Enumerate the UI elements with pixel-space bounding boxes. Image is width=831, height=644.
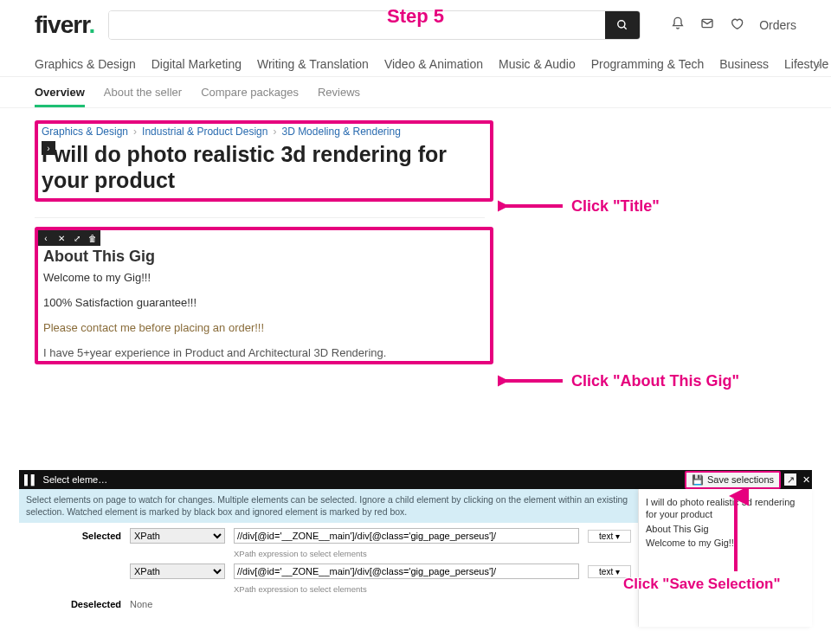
arrow-icon xyxy=(498,197,567,215)
close-panel-icon[interactable]: ✕ xyxy=(800,473,812,486)
divider xyxy=(35,217,485,218)
cat-item[interactable]: Graphics & Design xyxy=(35,57,136,71)
devtools-panel: Select elements on page to watch for cha… xyxy=(19,489,812,627)
logo-text: fiverr xyxy=(35,11,89,38)
svg-line-1 xyxy=(624,27,627,29)
tab-compare-packages[interactable]: Compare packages xyxy=(201,86,299,99)
arrow-icon xyxy=(723,489,749,576)
devtools-toolbar: ▌▌ Select eleme… 💾 Save selections ↗ ✕ xyxy=(19,470,812,489)
bell-icon[interactable] xyxy=(671,16,685,34)
category-nav: Graphics & Design Digital Marketing Writ… xyxy=(0,47,831,77)
selector-type-dropdown[interactable]: XPath xyxy=(130,528,225,544)
about-line: 100% Satisfaction guarantee!!! xyxy=(38,294,490,311)
expand-panel-icon[interactable]: ↗ xyxy=(784,473,796,486)
gig-subtabs: Overview About the seller Compare packag… xyxy=(0,77,831,108)
tab-reviews[interactable]: Reviews xyxy=(318,86,360,99)
select-element-label: Select eleme… xyxy=(43,474,108,485)
header-actions: Orders xyxy=(671,16,796,34)
cat-item[interactable]: Music & Audio xyxy=(499,57,576,71)
annotation-step-label: Step 5 xyxy=(387,5,444,28)
collapse-icon[interactable]: ‹ xyxy=(38,230,54,246)
cat-item[interactable]: Digital Marketing xyxy=(151,57,242,71)
annotation-click-title: Click "Title" xyxy=(571,197,660,216)
annotation-click-save: Click "Save Selection" xyxy=(623,576,780,593)
gig-title: I will do photo realistic 3d rendering f… xyxy=(42,141,486,193)
selected-label: Selected xyxy=(26,531,121,541)
breadcrumb-item[interactable]: Industrial & Product Design xyxy=(142,126,267,138)
chevron-right-icon: › xyxy=(133,126,137,138)
tab-overview[interactable]: Overview xyxy=(35,86,85,107)
xpath-helper-text: XPath expression to select elements xyxy=(234,584,579,594)
breadcrumb-item[interactable]: Graphics & Design xyxy=(42,126,128,138)
about-heading: About This Gig xyxy=(38,246,490,269)
search-icon xyxy=(616,19,628,31)
about-line: Please contact me before placing an orde… xyxy=(38,319,490,336)
orders-link[interactable]: Orders xyxy=(759,18,796,32)
save-icon: 💾 xyxy=(692,474,704,486)
xpath-helper-text: XPath expression to select elements xyxy=(234,549,579,558)
logo-dot: . xyxy=(89,11,95,38)
cat-item[interactable]: Video & Animation xyxy=(384,57,483,71)
mail-icon[interactable] xyxy=(700,16,714,34)
save-selections-label: Save selections xyxy=(707,474,774,485)
svg-point-0 xyxy=(618,21,625,28)
breadcrumb: Graphics & Design › Industrial & Product… xyxy=(42,126,486,138)
cat-item[interactable]: Writing & Translation xyxy=(257,57,369,71)
selector-grid: Selected XPath text ▾ XPath expression t… xyxy=(19,523,638,615)
breadcrumb-item[interactable]: 3D Modeling & Rendering xyxy=(281,126,400,138)
annotation-click-about: Click "About This Gig" xyxy=(571,372,739,390)
devtools-left-pane: Select elements on page to watch for cha… xyxy=(19,489,639,627)
search-button[interactable] xyxy=(605,11,640,39)
tab-about-seller[interactable]: About the seller xyxy=(104,86,182,99)
cat-item[interactable]: Programming & Tech xyxy=(591,57,704,71)
expand-icon[interactable]: › xyxy=(42,141,55,155)
arrow-icon xyxy=(498,372,567,390)
xpath-input[interactable] xyxy=(234,528,579,544)
selection-toolbar: ‹ ✕ ⤢ 🗑 xyxy=(38,230,490,246)
save-selections-button[interactable]: 💾 Save selections xyxy=(685,471,781,489)
title-selection-box[interactable]: Graphics & Design › Industrial & Product… xyxy=(35,120,493,202)
search-input[interactable] xyxy=(109,11,605,39)
about-line: Welcome to my Gig!!! xyxy=(38,269,490,286)
text-mode-button[interactable]: text ▾ xyxy=(588,530,631,543)
about-selection-box[interactable]: ‹ ✕ ⤢ 🗑 About This Gig Welcome to my Gig… xyxy=(35,227,493,364)
xpath-input[interactable] xyxy=(234,564,579,579)
chevron-right-icon[interactable]: › xyxy=(816,57,821,71)
cat-item[interactable]: Business xyxy=(719,57,769,71)
fiverr-logo[interactable]: fiverr. xyxy=(35,11,94,39)
search-bar xyxy=(108,10,641,40)
deselected-label: Deselected xyxy=(26,599,121,609)
chevron-right-icon: › xyxy=(273,126,276,138)
pause-icon[interactable]: ▌▌ xyxy=(19,474,43,485)
devtools-hint: Select elements on page to watch for cha… xyxy=(19,489,638,523)
cat-item[interactable]: Lifestyle xyxy=(784,57,828,71)
selector-type-dropdown[interactable]: XPath xyxy=(130,564,225,579)
trash-icon[interactable]: 🗑 xyxy=(85,230,100,246)
heart-icon[interactable] xyxy=(730,16,744,34)
deselected-value: None xyxy=(130,599,631,609)
move-icon[interactable]: ⤢ xyxy=(69,230,85,246)
about-line: I have 5+year experience in Product and … xyxy=(38,345,490,361)
expand-all-icon[interactable]: ✕ xyxy=(54,230,69,246)
